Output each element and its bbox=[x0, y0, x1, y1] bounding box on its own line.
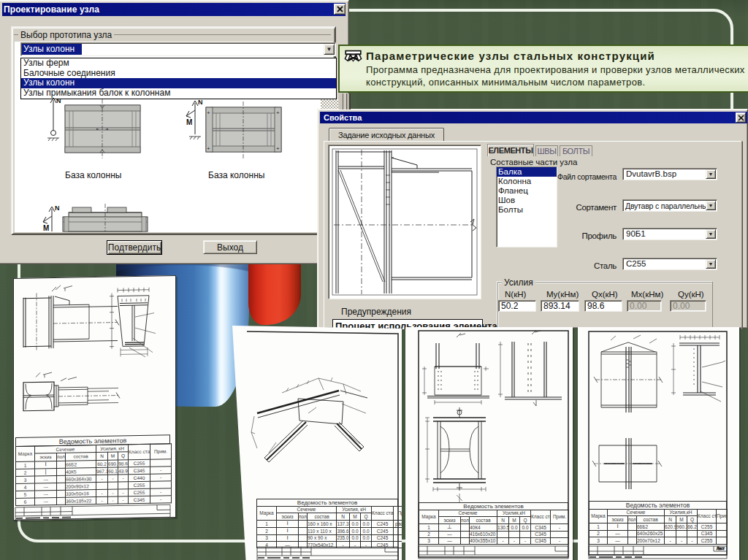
svg-text:N: N bbox=[198, 99, 203, 106]
svg-text:+: + bbox=[207, 110, 210, 116]
svg-text:N: N bbox=[56, 97, 61, 104]
svg-text:Лист: Лист bbox=[717, 546, 725, 551]
svg-text:+: + bbox=[276, 145, 280, 152]
svg-text:M: M bbox=[186, 118, 192, 126]
svg-text:M: M bbox=[43, 224, 49, 232]
svg-text:N: N bbox=[55, 204, 60, 212]
svg-text:+: + bbox=[207, 145, 210, 152]
svg-text:+: + bbox=[276, 110, 280, 116]
